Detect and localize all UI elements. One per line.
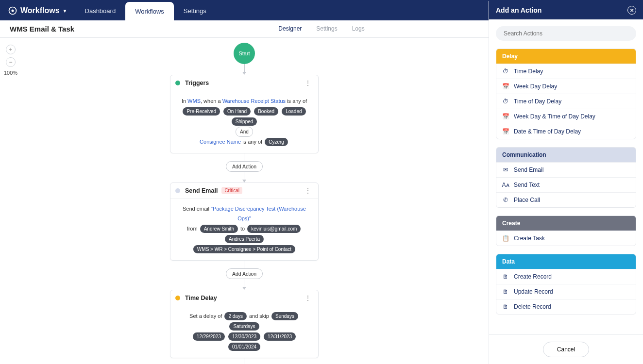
tag: Saturdays <box>229 322 259 331</box>
dot-icon <box>175 296 180 300</box>
top-nav: DashboardWorkflowsSettings <box>75 1 216 20</box>
tag: 2 days <box>224 312 246 320</box>
action-item[interactable]: 📅Week Day & Time of Day Delay <box>496 109 636 124</box>
action-label: Place Call <box>514 197 540 203</box>
kebab-icon[interactable]: ⋮ <box>303 187 313 195</box>
action-icon: 📅 <box>502 83 509 90</box>
action-icon: ✉ <box>502 166 509 173</box>
tag: 12/30/2023 <box>228 332 260 341</box>
tag: kevinluis@gmail.com <box>247 225 301 233</box>
brand[interactable]: Workflows ▼ <box>0 6 75 16</box>
action-label: Time Delay <box>514 68 543 75</box>
group-header: Data <box>496 254 636 269</box>
action-item[interactable]: ⏱Time of Day Delay <box>496 94 636 109</box>
action-icon: 📅 <box>502 113 509 120</box>
add-action-button[interactable]: Add Action <box>226 161 263 172</box>
action-icon: 🗎 <box>502 303 509 310</box>
action-label: Time of Day Delay <box>514 98 561 105</box>
group-header: Delay <box>496 49 636 64</box>
action-item[interactable]: ✆Place Call <box>496 192 636 207</box>
add-action-button[interactable]: Add Action <box>226 268 263 279</box>
dot-icon <box>175 81 180 85</box>
brand-text: Workflows <box>20 6 60 15</box>
tag: 12/31/2023 <box>264 332 296 341</box>
tag: On Hand <box>223 107 251 116</box>
cancel-button[interactable]: Cancel <box>543 342 589 357</box>
action-icon: ⏱ <box>502 98 509 105</box>
panel-header: Add an Action ✕ <box>489 1 643 19</box>
card-title: Send Email <box>185 187 218 194</box>
action-label: Week Day & Time of Day Delay <box>514 113 595 120</box>
action-item[interactable]: 📅Date & Time of Day Delay <box>496 124 636 139</box>
tag: Sundays <box>271 312 298 320</box>
topnav-workflows[interactable]: Workflows <box>125 2 174 20</box>
flow: Start Triggers ⋮ In WMS, when a Warehous… <box>108 43 380 364</box>
action-group-delay: Delay⏱Time Delay📅Week Day Delay⏱Time of … <box>496 49 636 139</box>
action-item[interactable]: 🗎Update Record <box>496 284 636 299</box>
topnav-dashboard[interactable]: Dashboard <box>75 1 126 20</box>
panel-title: Add an Action <box>496 6 541 14</box>
tag: Cyzerg <box>265 138 288 146</box>
action-item[interactable]: ✉Send Email <box>496 162 636 177</box>
tag: Pre-Received <box>183 107 220 116</box>
panel-footer: Cancel <box>489 334 643 364</box>
tag: Andrew Smith <box>200 225 238 233</box>
workflow-title: WMS Email & Task <box>10 25 74 33</box>
zoom-controls: + − 100% <box>4 45 17 76</box>
add-action-panel: Add an Action ✕ Delay⏱Time Delay📅Week Da… <box>489 1 643 364</box>
action-icon: 🗎 <box>502 273 509 280</box>
topnav-settings[interactable]: Settings <box>174 1 216 20</box>
action-label: Send Text <box>514 182 540 188</box>
chevron-down-icon[interactable]: ▼ <box>63 8 68 14</box>
panel-body: Delay⏱Time Delay📅Week Day Delay⏱Time of … <box>489 19 643 334</box>
action-group-communication: Communication✉Send EmailAᴀSend Text✆Plac… <box>496 147 636 208</box>
gear-icon <box>8 6 17 16</box>
node-triggers[interactable]: Triggers ⋮ In WMS, when a Warehouse Rece… <box>170 75 319 153</box>
start-node[interactable]: Start <box>234 43 255 64</box>
tag: Andres Puerta <box>225 235 264 243</box>
zoom-in-button[interactable]: + <box>6 45 16 54</box>
tag: 01/01/2024 <box>228 343 260 351</box>
action-item[interactable]: 🗎Delete Record <box>496 299 636 314</box>
tag: 12/29/2023 <box>193 332 225 341</box>
tag: Booked <box>254 107 278 116</box>
action-icon: 📋 <box>502 235 509 242</box>
action-label: Create Task <box>514 235 545 242</box>
kebab-icon[interactable]: ⋮ <box>303 79 313 87</box>
node-time-delay[interactable]: Time Delay ⋮ Set a delay of 2 days and s… <box>170 290 319 358</box>
group-header: Communication <box>496 148 636 162</box>
card-body: Set a delay of 2 days and skip Sundays S… <box>170 306 318 358</box>
search-input[interactable] <box>496 26 636 41</box>
action-group-data: Data🗎Create Record🗎Update Record🗎Delete … <box>496 254 636 314</box>
action-item[interactable]: 🗎Create Record <box>496 269 636 284</box>
canvas[interactable]: + − 100% Start Triggers ⋮ In WMS, when a… <box>0 38 489 364</box>
action-icon: ⏱ <box>502 68 509 75</box>
and-tag: And <box>236 127 253 137</box>
action-label: Week Day Delay <box>514 83 557 90</box>
action-label: Delete Record <box>514 303 551 310</box>
action-label: Date & Time of Day Delay <box>514 128 581 135</box>
critical-badge: Critical <box>221 187 242 194</box>
close-icon[interactable]: ✕ <box>627 6 636 15</box>
action-group-create: Create📋Create Task <box>496 215 636 246</box>
dot-icon <box>175 188 180 193</box>
zoom-out-button[interactable]: − <box>6 57 16 67</box>
action-item[interactable]: ⏱Time Delay <box>496 64 636 79</box>
zoom-level: 100% <box>4 70 17 76</box>
action-icon: 🗎 <box>502 288 509 295</box>
action-icon: 📅 <box>502 128 509 135</box>
action-label: Update Record <box>514 288 553 295</box>
kebab-icon[interactable]: ⋮ <box>303 294 313 302</box>
tag: WMS > WR > Consignee > Point of Contact <box>193 245 295 253</box>
card-body: Send email "Package Discrepancy Test (Wa… <box>170 199 318 260</box>
action-item[interactable]: 📅Week Day Delay <box>496 79 636 94</box>
card-title: Time Delay <box>185 295 217 301</box>
tag: Shipped <box>232 117 257 126</box>
action-icon: Aᴀ <box>502 182 509 188</box>
action-icon: ✆ <box>502 197 509 203</box>
action-item[interactable]: AᴀSend Text <box>496 177 636 192</box>
node-send-email[interactable]: Send Email Critical ⋮ Send email "Packag… <box>170 182 319 261</box>
group-header: Create <box>496 216 636 231</box>
svg-point-1 <box>12 10 14 12</box>
action-item[interactable]: 📋Create Task <box>496 231 636 246</box>
